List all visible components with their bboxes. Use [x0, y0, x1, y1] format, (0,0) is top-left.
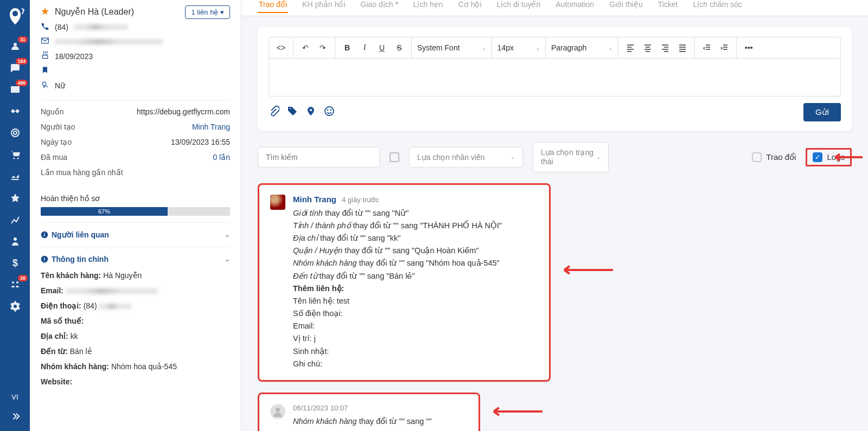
tab-transaction[interactable]: Giao dịch▾ [360, 0, 399, 12]
font-select[interactable]: System Font [417, 43, 460, 52]
staff-select[interactable]: Lựa chọn nhân viên⌄ [409, 147, 523, 168]
size-select[interactable]: 14px [497, 43, 514, 52]
language-toggle[interactable]: VI [11, 388, 18, 407]
indent-icon[interactable] [717, 40, 732, 55]
birthday-value: 18/09/2023 [55, 52, 93, 61]
sidebar-hr-icon[interactable]: 28 [0, 274, 30, 295]
info-address-value: kk [71, 332, 78, 340]
sidebar-cart-icon[interactable] [0, 144, 30, 165]
location-icon[interactable] [305, 106, 316, 119]
tab-care[interactable]: Lịch chăm sóc [692, 0, 743, 12]
sidebar-finance-icon[interactable] [0, 165, 30, 187]
source-label: Nguồn [41, 107, 63, 116]
lastbuy-label: Lần mua hàng gần nhất [41, 168, 123, 177]
sidebar-dollar-icon[interactable]: $ [0, 252, 30, 274]
rich-editor: <> ↶ ↷ B I U S System Font⌄ [258, 27, 852, 131]
envelope-icon [41, 36, 49, 47]
log-author[interactable]: Minh Trang [293, 195, 336, 204]
phone-redacted [74, 24, 128, 30]
chevron-down-icon: ⌄ [225, 255, 230, 263]
chevron-down-icon: ⌄ [608, 45, 612, 51]
info-name-value: Hà Nguyễn [103, 271, 142, 280]
paragraph-select[interactable]: Paragraph [551, 43, 586, 52]
svg-point-13 [328, 110, 328, 110]
accordion-related[interactable]: iNgười liên quan ⌄ [41, 222, 230, 247]
info-group-label: Nhóm khách hàng: [41, 362, 109, 371]
badge: 184 [16, 58, 28, 65]
italic-icon[interactable]: I [357, 40, 372, 55]
sidebar-users-icon[interactable]: 31 [0, 35, 30, 57]
badge: 496 [16, 80, 28, 86]
svg-point-4 [14, 237, 17, 241]
tab-route[interactable]: Lịch di tuyến [496, 0, 542, 12]
filter-row: Lựa chọn nhân viên⌄ Lựa chọn trạng thái⌄… [258, 142, 852, 172]
gender-value: Nữ [55, 81, 65, 90]
svg-rect-6 [42, 38, 49, 43]
tab-referral[interactable]: Giới thiệu [608, 0, 644, 12]
emoji-icon[interactable] [324, 106, 335, 119]
tab-feedback[interactable]: KH phản hồi [301, 0, 346, 12]
avatar-blank [270, 404, 285, 419]
bold-icon[interactable]: B [340, 40, 355, 55]
svg-point-14 [331, 110, 331, 110]
tab-exchange[interactable]: Trao đổi [258, 0, 288, 13]
tab-ticket[interactable]: Ticket [657, 0, 679, 12]
avatar [270, 195, 285, 210]
bought-label: Đã mua [41, 153, 67, 162]
redo-icon[interactable]: ↷ [315, 40, 330, 55]
expand-sidebar-icon[interactable] [0, 407, 30, 426]
phone-prefix: (84) [55, 23, 68, 31]
info-group-value: Nhóm hoa quả-545 [111, 362, 177, 371]
svg-text:i: i [44, 256, 45, 262]
sidebar-mail-icon[interactable]: 496 [0, 79, 30, 100]
creator-label: Người tạo [41, 123, 75, 131]
sidebar-settings-icon[interactable] [0, 295, 30, 317]
contact-name: Nguyễn Hà (Leader) [55, 7, 134, 17]
sidebar-target-icon[interactable] [0, 122, 30, 144]
align-left-icon[interactable] [623, 40, 638, 55]
info-from-value: Bán lẻ [70, 347, 92, 356]
align-justify-icon[interactable] [675, 40, 690, 55]
phone-icon [41, 22, 49, 32]
undo-icon[interactable]: ↶ [298, 40, 313, 55]
tab-automation[interactable]: Automation [554, 0, 595, 12]
align-right-icon[interactable] [658, 40, 673, 55]
sidebar-handshake-icon[interactable] [0, 100, 30, 122]
align-center-icon[interactable] [640, 40, 655, 55]
strike-icon[interactable]: S [392, 40, 407, 55]
svg-point-3 [17, 158, 18, 159]
svg-point-2 [13, 158, 15, 159]
checkbox-checked-icon: ✓ [813, 152, 822, 162]
send-button[interactable]: Gửi [803, 103, 841, 121]
logo[interactable] [4, 5, 26, 27]
underline-icon[interactable]: U [374, 40, 390, 55]
outdent-icon[interactable] [699, 40, 714, 55]
tag-icon[interactable] [287, 106, 298, 119]
created-label: Ngày tạo [41, 138, 72, 146]
svg-point-12 [325, 107, 334, 115]
contact-detail-panel: 1 liên hệ ★ Nguyễn Hà (Leader) (84) 18/0… [30, 0, 241, 431]
sidebar-person-icon[interactable] [0, 230, 30, 252]
status-select[interactable]: Lựa chọn trạng thái⌄ [533, 142, 609, 172]
created-value: 13/09/2023 16:55 [171, 138, 230, 146]
star-icon: ★ [41, 5, 49, 17]
search-input[interactable] [258, 147, 380, 168]
chevron-down-icon: ⌄ [535, 45, 540, 51]
attach-icon[interactable] [269, 106, 279, 119]
tab-opportunity[interactable]: Cơ hội [457, 0, 483, 12]
email-redacted [55, 39, 163, 44]
sidebar-stats-icon[interactable] [0, 209, 30, 230]
info-email-label: Email: [41, 286, 63, 295]
editor-textarea[interactable] [269, 59, 841, 97]
accordion-maininfo[interactable]: iThông tin chính ⌄ [41, 247, 230, 271]
contact-count-button[interactable]: 1 liên hệ [185, 5, 230, 19]
tab-appointment[interactable]: Lịch hẹn [412, 0, 444, 12]
more-icon[interactable]: ••• [741, 40, 756, 55]
code-view-icon[interactable]: <> [273, 40, 289, 55]
checkbox-empty[interactable] [390, 152, 399, 162]
creator-value[interactable]: Minh Trang [192, 123, 230, 131]
editor-toolbar: <> ↶ ↷ B I U S System Font⌄ [269, 37, 841, 59]
exchange-toggle[interactable]: Trao đổi [752, 152, 796, 162]
sidebar-star-icon[interactable] [0, 187, 30, 209]
sidebar-conversations-icon[interactable]: 184 [0, 57, 30, 79]
